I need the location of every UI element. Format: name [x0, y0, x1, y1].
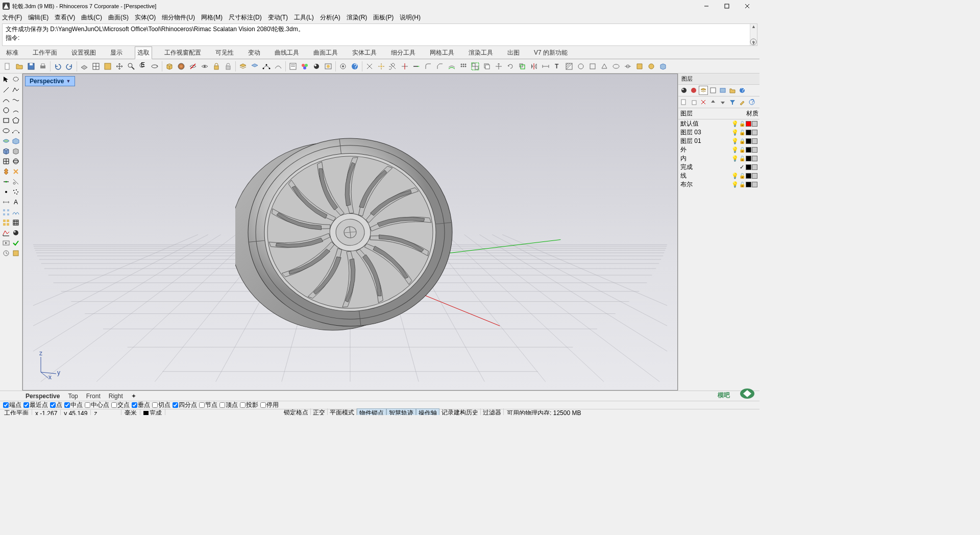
- ltool-line[interactable]: [1, 85, 11, 95]
- layer-down[interactable]: [718, 98, 727, 107]
- color-swatch[interactable]: [746, 138, 751, 144]
- panel-tab-help[interactable]: ?: [738, 86, 747, 95]
- tool-offset[interactable]: [446, 61, 457, 72]
- tool-mirror[interactable]: [528, 61, 540, 72]
- menu-transform[interactable]: 变动(T): [268, 13, 288, 22]
- ltool-cage[interactable]: [11, 217, 21, 228]
- viewtab-top[interactable]: Top: [68, 393, 78, 400]
- color-swatch[interactable]: [746, 164, 751, 170]
- lightbulb-icon[interactable]: 💡: [731, 120, 739, 127]
- menu-view[interactable]: 查看(V): [55, 13, 75, 22]
- ltool-transform[interactable]: [1, 166, 11, 177]
- layers-header-material[interactable]: 材质: [744, 108, 760, 119]
- tab-solidtools[interactable]: 实体工具: [350, 47, 379, 59]
- tool-misc2[interactable]: [587, 61, 598, 72]
- osnap-停用[interactable]: 停用: [260, 401, 279, 409]
- lightbulb-icon[interactable]: 💡: [731, 147, 739, 153]
- tool-copy[interactable]: [481, 61, 493, 72]
- tab-drafting[interactable]: 出图: [505, 47, 522, 59]
- ltool-explode[interactable]: [11, 166, 21, 177]
- ltool-srftools[interactable]: [11, 136, 21, 146]
- tab-select[interactable]: 选取: [135, 46, 152, 59]
- tool-cplane[interactable]: [79, 61, 90, 72]
- ltool-polygon[interactable]: [11, 115, 21, 126]
- material-swatch[interactable]: [752, 147, 757, 153]
- ltool-render2[interactable]: [11, 228, 21, 238]
- osnap-中点[interactable]: 中点: [64, 401, 83, 409]
- tool-misc3[interactable]: [599, 61, 610, 72]
- layer-delete[interactable]: [699, 98, 708, 107]
- tool-color[interactable]: [299, 61, 310, 72]
- panel-tab-display[interactable]: [718, 86, 727, 95]
- layer-row[interactable]: 内💡🔓: [678, 154, 760, 163]
- material-swatch[interactable]: [752, 121, 757, 127]
- material-swatch[interactable]: [752, 138, 757, 144]
- status-toggle-0[interactable]: 锁定格点: [282, 408, 311, 415]
- tab-setview[interactable]: 设置视图: [69, 47, 98, 59]
- tool-help[interactable]: ?: [349, 61, 360, 72]
- ltool-rect[interactable]: [1, 115, 11, 126]
- panel-tab-libraries[interactable]: [728, 86, 737, 95]
- osnap-中心点[interactable]: 中心点: [85, 401, 109, 409]
- layer-row[interactable]: 布尔💡🔓: [678, 180, 760, 189]
- tool-zoomext[interactable]: E: [137, 61, 149, 72]
- status-toggle-1[interactable]: 正交: [311, 408, 328, 415]
- tool-redo[interactable]: [64, 61, 75, 72]
- tool-scale[interactable]: [517, 61, 528, 72]
- tab-curvetools[interactable]: 曲线工具: [273, 47, 301, 59]
- tool-split[interactable]: [399, 61, 410, 72]
- ltool-block[interactable]: [1, 217, 11, 228]
- menu-edit[interactable]: 编辑(E): [28, 13, 48, 22]
- layer-row[interactable]: 线💡🔓: [678, 172, 760, 180]
- layer-help[interactable]: ?: [747, 98, 756, 107]
- tool-print[interactable]: [37, 61, 48, 72]
- tab-subdtools[interactable]: 细分工具: [389, 47, 418, 59]
- options-icon[interactable]: [749, 38, 757, 46]
- menu-solid[interactable]: 实体(O): [135, 13, 156, 22]
- tab-standard[interactable]: 标准: [4, 47, 20, 59]
- tool-pointsoff[interactable]: [273, 61, 284, 72]
- tool-new[interactable]: [2, 61, 13, 72]
- tool-fillet[interactable]: [423, 61, 434, 72]
- ltool-misc[interactable]: [11, 248, 21, 258]
- tool-lock[interactable]: [211, 61, 222, 72]
- ltool-subd[interactable]: [11, 156, 21, 166]
- osnap-投影[interactable]: 投影: [240, 401, 258, 409]
- tool-dim[interactable]: [540, 61, 551, 72]
- osnap-节点[interactable]: 节点: [199, 401, 217, 409]
- status-current-layer[interactable]: 完成: [140, 409, 165, 415]
- menu-dimension[interactable]: 尺寸标注(D): [229, 13, 262, 22]
- tool-zoom[interactable]: [126, 61, 137, 72]
- ltool-crvtools[interactable]: [1, 136, 11, 146]
- tool-trim[interactable]: [387, 61, 399, 72]
- tool-shade[interactable]: [102, 61, 113, 72]
- osnap-点[interactable]: 点: [50, 401, 62, 409]
- ltool-animate[interactable]: [1, 238, 11, 248]
- ltool-solid[interactable]: [1, 146, 11, 156]
- status-toggle-6[interactable]: 记录建构历史: [439, 408, 481, 415]
- ltool-udt[interactable]: [11, 207, 21, 217]
- status-toggle-3[interactable]: 物件锁点: [357, 408, 386, 415]
- tool-show[interactable]: [199, 61, 210, 72]
- tool-open[interactable]: [14, 61, 25, 72]
- ltool-join[interactable]: [1, 177, 11, 187]
- osnap-顶点[interactable]: 顶点: [219, 401, 238, 409]
- lightbulb-icon[interactable]: 💡: [731, 138, 739, 144]
- layer-row[interactable]: 完成✓: [678, 163, 760, 172]
- layer-up[interactable]: [708, 98, 718, 107]
- viewtab-right[interactable]: Right: [109, 393, 123, 400]
- ltool-history[interactable]: [1, 248, 11, 258]
- osnap-端点[interactable]: 端点: [3, 401, 21, 409]
- tool-hatch[interactable]: [564, 61, 575, 72]
- material-swatch[interactable]: [752, 156, 757, 161]
- color-swatch[interactable]: [746, 173, 751, 179]
- menu-help[interactable]: 说明(H): [400, 13, 421, 22]
- lock-open-icon[interactable]: 🔓: [739, 130, 745, 135]
- tool-misc7[interactable]: [646, 61, 657, 72]
- menu-panel[interactable]: 面板(P): [373, 13, 394, 22]
- status-toggle-4[interactable]: 智慧轨迹: [386, 408, 416, 415]
- ltool-solidedit[interactable]: [11, 146, 21, 156]
- lock-closed-icon[interactable]: 🔒: [739, 138, 745, 144]
- ltool-pointer[interactable]: [1, 75, 11, 85]
- tool-misc4[interactable]: [610, 61, 622, 72]
